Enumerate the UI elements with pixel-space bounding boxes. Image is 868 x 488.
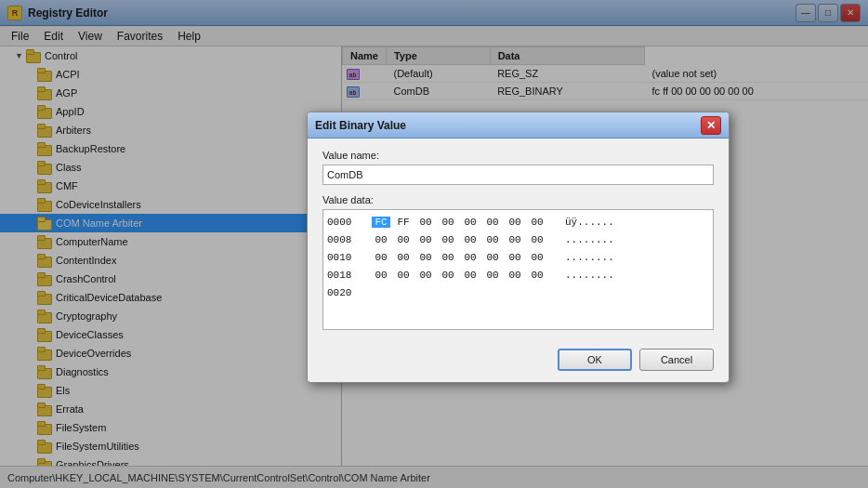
- value-name-input[interactable]: [322, 165, 714, 185]
- hex-byte[interactable]: 00: [394, 234, 413, 245]
- hex-byte[interactable]: 00: [372, 234, 390, 245]
- hex-bytes[interactable]: 0000000000000000: [372, 252, 558, 263]
- hex-byte[interactable]: 00: [483, 252, 502, 263]
- hex-editor[interactable]: 0000FCFF000000000000üÿ......000800000000…: [322, 209, 714, 330]
- hex-byte[interactable]: 00: [439, 252, 457, 263]
- modal-title: Edit Binary Value: [315, 119, 701, 132]
- cancel-button[interactable]: Cancel: [639, 349, 714, 371]
- hex-byte[interactable]: 00: [506, 217, 524, 228]
- hex-byte[interactable]: 00: [506, 270, 524, 281]
- hex-ascii: ........: [565, 252, 709, 263]
- hex-byte[interactable]: 00: [439, 234, 457, 245]
- hex-address: 0008: [327, 234, 364, 245]
- hex-row: 0020: [327, 284, 709, 301]
- hex-address: 0018: [327, 270, 364, 281]
- hex-byte[interactable]: 00: [528, 234, 546, 245]
- modal-close-button[interactable]: ✕: [701, 116, 721, 135]
- hex-byte[interactable]: 00: [416, 234, 435, 245]
- hex-byte[interactable]: FF: [394, 217, 413, 228]
- hex-row: 00080000000000000000........: [327, 231, 709, 248]
- hex-address: 0020: [327, 287, 364, 298]
- hex-bytes[interactable]: FCFF000000000000: [372, 217, 558, 228]
- hex-byte[interactable]: 00: [528, 252, 546, 263]
- hex-row: 00100000000000000000........: [327, 249, 709, 266]
- hex-byte[interactable]: 00: [528, 270, 546, 281]
- hex-bytes[interactable]: 0000000000000000: [372, 270, 558, 281]
- value-data-label: Value data:: [322, 194, 714, 205]
- hex-byte[interactable]: 00: [528, 217, 546, 228]
- modal-footer: OK Cancel: [308, 341, 729, 382]
- hex-ascii: ........: [565, 270, 709, 281]
- hex-byte[interactable]: 00: [416, 252, 435, 263]
- hex-byte[interactable]: 00: [461, 234, 480, 245]
- ok-button[interactable]: OK: [558, 349, 632, 371]
- hex-byte[interactable]: 00: [461, 217, 480, 228]
- hex-byte[interactable]: 00: [461, 270, 480, 281]
- hex-ascii: üÿ......: [565, 217, 709, 228]
- hex-byte[interactable]: FC: [372, 217, 390, 228]
- hex-byte[interactable]: 00: [461, 252, 480, 263]
- modal-body: Value name: Value data: 0000FCFF00000000…: [308, 138, 729, 341]
- modal-overlay: Edit Binary Value ✕ Value name: Value da…: [0, 0, 868, 488]
- hex-row: 0000FCFF000000000000üÿ......: [327, 214, 709, 231]
- hex-address: 0010: [327, 252, 364, 263]
- hex-address: 0000: [327, 217, 364, 228]
- hex-byte[interactable]: 00: [372, 270, 390, 281]
- hex-byte[interactable]: 00: [416, 217, 435, 228]
- hex-byte[interactable]: 00: [483, 234, 502, 245]
- hex-ascii: ........: [565, 234, 709, 245]
- hex-byte[interactable]: 00: [506, 234, 524, 245]
- hex-byte[interactable]: 00: [506, 252, 524, 263]
- hex-byte[interactable]: 00: [372, 252, 390, 263]
- hex-byte[interactable]: 00: [483, 270, 502, 281]
- hex-row: 00180000000000000000........: [327, 267, 709, 284]
- modal-title-bar: Edit Binary Value ✕: [308, 112, 729, 138]
- hex-byte[interactable]: 00: [394, 252, 413, 263]
- value-name-label: Value name:: [322, 150, 714, 161]
- hex-bytes[interactable]: 0000000000000000: [372, 234, 558, 245]
- hex-byte[interactable]: 00: [439, 270, 457, 281]
- edit-binary-dialog: Edit Binary Value ✕ Value name: Value da…: [307, 112, 730, 383]
- hex-byte[interactable]: 00: [416, 270, 435, 281]
- hex-byte[interactable]: 00: [439, 217, 457, 228]
- hex-byte[interactable]: 00: [394, 270, 413, 281]
- hex-byte[interactable]: 00: [483, 217, 502, 228]
